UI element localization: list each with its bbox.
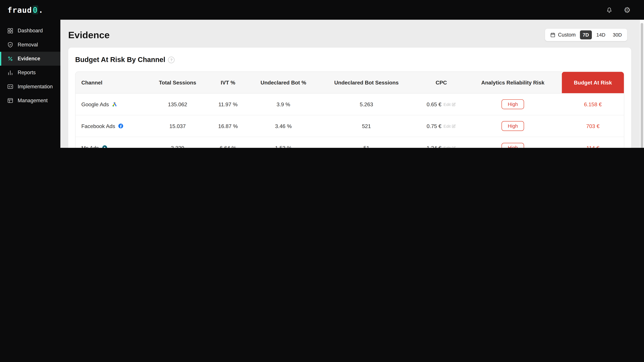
undeclared-bot-value: 3.9 % bbox=[253, 93, 314, 115]
risk-badge: High bbox=[502, 121, 524, 131]
window-icon bbox=[7, 97, 14, 104]
ivt-value: 11.97 % bbox=[203, 93, 252, 115]
brand-logo-zero: 0 bbox=[32, 5, 38, 14]
undeclared-bot-sessions-value: 51 bbox=[314, 137, 419, 148]
settings-gear-icon[interactable] bbox=[623, 5, 632, 14]
main-content: Evidence Custom 7D 14D 30D Budget At Ris… bbox=[60, 20, 644, 148]
budget-at-risk-value: 703 € bbox=[562, 115, 624, 137]
cpc-value: 0.75 € bbox=[427, 123, 442, 129]
column-header: Analytics Reliability Risk bbox=[464, 72, 562, 94]
budget-card-header: Budget At Risk By Channel bbox=[75, 56, 624, 64]
edit-label: Edit bbox=[444, 145, 451, 148]
pencil-icon bbox=[452, 124, 456, 128]
sidebar-item-reports[interactable]: Reports bbox=[0, 66, 60, 80]
edit-label: Edit bbox=[444, 102, 451, 107]
sidebar-nav: Dashboard Removal Evidence Reports Imple… bbox=[0, 20, 60, 108]
pencil-icon bbox=[452, 145, 456, 148]
undeclared-bot-value: 3.46 % bbox=[253, 115, 314, 137]
table-row: Google Ads 135.062 11.97 % 3.9 % 5.263 0… bbox=[76, 93, 624, 115]
table-row: Ms Ads 3.329 6.64 % 1.53 % 51 1.24 €Edit… bbox=[76, 137, 624, 148]
risk-badge: High bbox=[502, 143, 524, 148]
sidebar-item-removal[interactable]: Removal bbox=[0, 38, 60, 52]
undeclared-bot-value: 1.53 % bbox=[253, 137, 314, 148]
channel-name: Facebook Ads bbox=[81, 123, 115, 129]
page-header: Evidence Custom 7D 14D 30D bbox=[68, 29, 632, 41]
sidebar-item-label: Reports bbox=[18, 70, 36, 75]
info-icon[interactable] bbox=[168, 57, 175, 63]
column-header: Total Sessions bbox=[152, 72, 203, 94]
undeclared-bot-sessions-value: 5.263 bbox=[314, 93, 419, 115]
sidebar-item-label: Evidence bbox=[18, 56, 40, 61]
edit-cpc-button[interactable]: Edit bbox=[444, 102, 456, 107]
total-sessions-value: 3.329 bbox=[152, 137, 203, 148]
page-scrollbar bbox=[640, 20, 644, 148]
topbar bbox=[60, 0, 644, 20]
total-sessions-value: 135.062 bbox=[152, 93, 203, 115]
budget-table-header-row: Channel Total Sessions IVT % Undeclared … bbox=[76, 72, 624, 94]
evidence-icon bbox=[7, 55, 14, 62]
column-header: Undeclared Bot % bbox=[253, 72, 314, 94]
range-chip-14d[interactable]: 14D bbox=[594, 30, 608, 39]
notifications-bell-icon[interactable] bbox=[604, 5, 614, 14]
custom-date-label: Custom bbox=[558, 32, 576, 38]
brand-logo-dot: . bbox=[38, 5, 43, 14]
channel-name: Google Ads bbox=[81, 101, 109, 107]
pencil-icon bbox=[452, 102, 456, 107]
date-range-filter: Custom 7D 14D 30D bbox=[545, 29, 627, 41]
sidebar-item-implementation[interactable]: Implementation bbox=[0, 80, 60, 93]
column-header-budget-at-risk: Budget At Risk bbox=[562, 72, 624, 94]
edit-label: Edit bbox=[444, 124, 451, 128]
edit-cpc-button[interactable]: Edit bbox=[444, 145, 456, 148]
code-icon bbox=[7, 83, 14, 90]
range-chip-7d[interactable]: 7D bbox=[580, 30, 592, 39]
undeclared-bot-sessions-value: 521 bbox=[314, 115, 419, 137]
brand-logo-text: fraud bbox=[8, 5, 32, 14]
channel-name: Ms Ads bbox=[81, 145, 99, 148]
sidebar-item-label: Implementation bbox=[18, 84, 53, 89]
facebook-icon bbox=[118, 123, 124, 129]
budget-card-title: Budget At Risk By Channel bbox=[75, 56, 165, 64]
risk-badge: High bbox=[502, 99, 524, 109]
sidebar-item-label: Removal bbox=[18, 42, 38, 48]
budget-at-risk-card: Budget At Risk By Channel Channel Total … bbox=[68, 48, 632, 148]
budget-at-risk-value: 114 € bbox=[562, 137, 624, 148]
ivt-value: 16.87 % bbox=[203, 115, 252, 137]
budget-at-risk-value: 6.158 € bbox=[562, 93, 624, 115]
sidebar-item-evidence[interactable]: Evidence bbox=[0, 52, 60, 66]
column-header: Undeclared Bot Sessions bbox=[314, 72, 419, 94]
ivt-value: 6.64 % bbox=[203, 137, 252, 148]
page-title: Evidence bbox=[68, 29, 110, 40]
column-header: CPC bbox=[419, 72, 464, 94]
bar-chart-icon bbox=[7, 69, 14, 76]
sidebar-item-dashboard[interactable]: Dashboard bbox=[0, 24, 60, 38]
page-scrollbar-thumb[interactable] bbox=[641, 23, 643, 148]
total-sessions-value: 15.037 bbox=[152, 115, 203, 137]
budget-table: Channel Total Sessions IVT % Undeclared … bbox=[75, 71, 624, 148]
google-ads-icon bbox=[112, 101, 118, 107]
shield-icon bbox=[7, 41, 14, 48]
app-window: fraud0. Dashboard Removal Evidence Repor… bbox=[0, 0, 644, 148]
range-chip-30d[interactable]: 30D bbox=[610, 30, 625, 39]
sidebar: fraud0. Dashboard Removal Evidence Repor… bbox=[0, 0, 60, 148]
table-row: Facebook Ads 15.037 16.87 % 3.46 % 521 0… bbox=[76, 115, 624, 137]
sidebar-item-label: Management bbox=[18, 98, 48, 103]
cpc-value: 0.65 € bbox=[427, 101, 442, 107]
sidebar-item-management[interactable]: Management bbox=[0, 93, 60, 107]
sidebar-item-label: Dashboard bbox=[18, 28, 43, 34]
brand-logo[interactable]: fraud0. bbox=[0, 0, 60, 20]
custom-date-button[interactable]: Custom bbox=[547, 31, 578, 38]
calendar-icon bbox=[550, 32, 556, 38]
column-header: IVT % bbox=[203, 72, 252, 94]
column-header: Channel bbox=[76, 72, 152, 94]
dashboard-icon bbox=[7, 27, 14, 34]
ms-ads-icon bbox=[102, 145, 107, 148]
cpc-value: 1.24 € bbox=[427, 145, 442, 148]
edit-cpc-button[interactable]: Edit bbox=[444, 124, 456, 128]
